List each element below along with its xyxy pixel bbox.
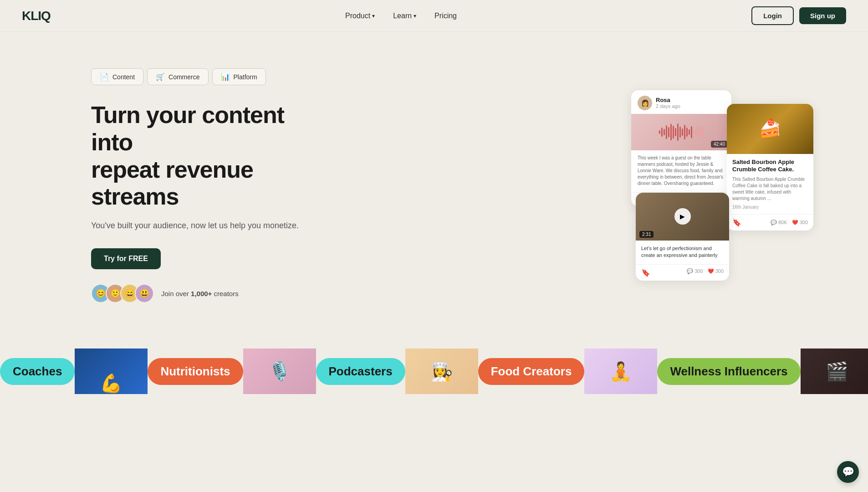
tab-commerce[interactable]: 🛒 Commerce xyxy=(147,68,208,85)
play-button[interactable]: ▶ xyxy=(674,208,691,225)
nav-pricing[interactable]: Pricing xyxy=(427,7,464,25)
card-header: 👩 Rosa 2 days ago xyxy=(631,90,731,114)
bookmark-icon: 🔖 xyxy=(732,218,741,227)
signup-button[interactable]: Sign up xyxy=(799,7,846,24)
avatar: 👩 xyxy=(638,96,652,110)
nav-actions: Login Sign up xyxy=(751,6,846,25)
social-proof-text: Join over 1,000+ creators xyxy=(161,290,239,297)
podcast-waveform: 42:40 xyxy=(631,114,731,150)
recipe-card: 🍰 Salted Bourbon Apple Crumble Coffee Ca… xyxy=(727,104,813,231)
strip-nutritionists-label: Nutritionists xyxy=(148,348,243,394)
hero-section: 📄 Content 🛒 Commerce 📊 Platform Turn you… xyxy=(0,32,868,330)
video-card: ▶ 2:31 Let's let go of perfectionism and… xyxy=(636,193,729,281)
tab-platform[interactable]: 📊 Platform xyxy=(212,68,266,85)
bottom-strip: Coaches 💪 Nutritionists 🎙️ Podcasters 👩‍… xyxy=(0,348,868,394)
strip-wellness-image: 🎬 xyxy=(801,348,868,394)
podcast-card: 👩 Rosa 2 days ago xyxy=(631,90,731,206)
recipe-footer: 🔖 💬 80K ❤️ 300 xyxy=(727,214,813,231)
chevron-down-icon: ▾ xyxy=(372,13,375,19)
chevron-down-icon: ▾ xyxy=(414,13,416,19)
strip-podcasters-image: 👩‍🍳 xyxy=(405,348,478,394)
card-user-info: Rosa 2 days ago xyxy=(656,97,680,109)
navbar: KLIQ Product ▾ Learn ▾ Pricing Login Sig… xyxy=(0,0,868,32)
strip-coaches-label: Coaches xyxy=(0,348,75,394)
video-body: Let's let go of perfectionism and create… xyxy=(636,241,729,265)
video-footer: 🔖 💬 300 ❤️ 300 xyxy=(636,264,729,281)
login-button[interactable]: Login xyxy=(751,6,794,25)
content-icon: 📄 xyxy=(100,72,109,81)
video-stats: 💬 300 ❤️ 300 xyxy=(687,268,724,277)
hero-left: 📄 Content 🛒 Commerce 📊 Platform Turn you… xyxy=(91,68,328,303)
strip-food-label: Food Creators xyxy=(478,348,585,394)
avatar-group: 😊 🙂 😄 😃 xyxy=(91,284,154,303)
bookmark-icon: 🔖 xyxy=(641,268,650,277)
strip-food-image: 🧘 xyxy=(584,348,657,394)
commerce-icon: 🛒 xyxy=(156,72,165,81)
hero-cards: 👩 Rosa 2 days ago xyxy=(622,90,813,282)
chat-icon: 💬 xyxy=(842,466,854,478)
waveform-visual xyxy=(659,123,704,141)
podcast-duration: 42:40 xyxy=(711,141,728,148)
strip-wellness-label: Wellness Influencers xyxy=(657,348,800,394)
comment-stat: 💬 300 xyxy=(687,268,703,277)
nav-links: Product ▾ Learn ▾ Pricing xyxy=(338,7,464,25)
strip-coaches-image: 💪 xyxy=(75,348,148,394)
brand-logo[interactable]: KLIQ xyxy=(22,9,51,23)
like-stat: ❤️ 300 xyxy=(708,268,724,277)
video-thumbnail: ▶ 2:31 xyxy=(636,193,729,241)
video-duration: 2:31 xyxy=(639,231,654,238)
avatar: 😃 xyxy=(135,284,154,303)
hero-title: Turn your content into repeat revenue st… xyxy=(91,102,328,210)
cta-button[interactable]: Try for FREE xyxy=(91,248,161,269)
recipe-stats: 💬 80K ❤️ 300 xyxy=(771,220,808,226)
platform-icon: 📊 xyxy=(221,72,230,81)
recipe-image: 🍰 xyxy=(727,104,813,154)
comment-stat: 💬 80K xyxy=(771,220,787,226)
card-body: This week I was a guest on the table man… xyxy=(631,150,731,192)
strip-podcasters-label: Podcasters xyxy=(316,348,405,394)
hero-subtitle: You've built your audience, now let us h… xyxy=(91,220,328,232)
tab-content[interactable]: 📄 Content xyxy=(91,68,143,85)
nav-learn[interactable]: Learn ▾ xyxy=(386,7,424,25)
hero-tabs: 📄 Content 🛒 Commerce 📊 Platform xyxy=(91,68,328,85)
nav-product[interactable]: Product ▾ xyxy=(338,7,382,25)
strip-nutritionists-image: 🎙️ xyxy=(243,348,316,394)
like-stat: ❤️ 300 xyxy=(792,220,808,226)
social-proof: 😊 🙂 😄 😃 Join over 1,000+ creators xyxy=(91,284,328,303)
recipe-body: Salted Bourbon Apple Crumble Coffee Cake… xyxy=(727,154,813,215)
chat-button[interactable]: 💬 xyxy=(837,461,859,483)
